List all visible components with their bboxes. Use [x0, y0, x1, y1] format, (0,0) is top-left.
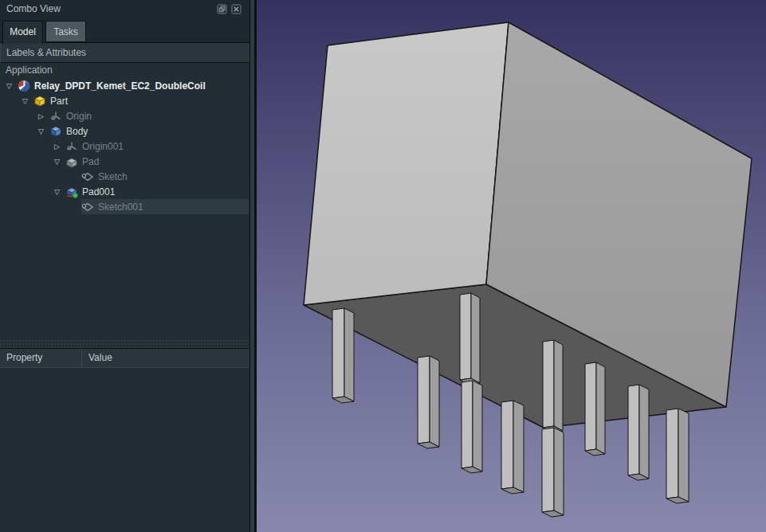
- tree-item-label: Pad001: [82, 186, 115, 198]
- relay-pin[interactable]: [501, 401, 524, 494]
- tree-item-label: Relay_DPDT_Kemet_EC2_DoubleCoil: [34, 80, 206, 92]
- tree-item-label: Pad: [82, 156, 99, 167]
- property-table-header: Property Value: [0, 348, 249, 368]
- tree-item-sketch[interactable]: Sketch: [0, 169, 249, 184]
- tree-root-application[interactable]: Application: [0, 63, 249, 78]
- relay-pin[interactable]: [462, 381, 482, 473]
- tree-item-pad001[interactable]: ▽Pad001: [0, 184, 249, 199]
- tab-model[interactable]: Model: [2, 21, 43, 44]
- relay-pin[interactable]: [332, 308, 354, 403]
- tree-item-pad[interactable]: ▽Pad: [0, 154, 249, 169]
- panel-viewport-splitter[interactable]: [249, 0, 257, 532]
- tree-item-origin[interactable]: ▷Origin: [0, 108, 249, 123]
- tree-item-label: Body: [66, 126, 88, 137]
- body-icon: [49, 125, 62, 138]
- tree-item-label: Sketch001: [98, 201, 143, 213]
- tree-item-label: Origin001: [82, 141, 124, 152]
- sketch-icon: [81, 170, 94, 183]
- tree-item-origin001[interactable]: ▷Origin001: [0, 139, 249, 154]
- expander-closed-icon[interactable]: ▷: [38, 112, 49, 120]
- tree-item-part[interactable]: ▽Part: [0, 93, 249, 108]
- pad-tip-icon: [65, 186, 78, 198]
- tree-item-label: Sketch: [98, 171, 128, 182]
- tab-tasks[interactable]: Tasks: [45, 21, 86, 42]
- property-column-header: Property: [0, 349, 82, 367]
- tree-item-label: Part: [50, 96, 68, 107]
- property-table-body[interactable]: [0, 368, 249, 532]
- tree-item-content[interactable]: Pad: [65, 154, 249, 169]
- tree-item-content[interactable]: Pad001: [65, 184, 249, 199]
- tree-item-label: Origin: [66, 111, 92, 122]
- panel-title: Combo View: [6, 0, 61, 18]
- sketch-icon: [81, 201, 94, 213]
- expander-open-icon[interactable]: ▽: [38, 127, 49, 135]
- expander-closed-icon[interactable]: ▷: [54, 143, 65, 151]
- tree-item-content[interactable]: Origin001: [65, 139, 249, 154]
- relay-pin[interactable]: [666, 409, 689, 503]
- tree-item-content[interactable]: Body: [49, 123, 249, 139]
- panel-splitter-handle[interactable]: [0, 339, 249, 348]
- origin-icon: [49, 110, 62, 123]
- part-icon: [33, 95, 46, 108]
- tree-item-content[interactable]: Sketch: [81, 169, 249, 184]
- tree-item-content[interactable]: Part: [33, 93, 249, 108]
- relay-pin[interactable]: [628, 385, 649, 480]
- origin-icon: [65, 140, 78, 153]
- tree-item-body[interactable]: ▽Body: [0, 123, 249, 139]
- expander-open-icon[interactable]: ▽: [54, 188, 65, 196]
- combo-view-panel: Combo View Model Tasks Labels & Attribut…: [0, 0, 249, 532]
- relay-body[interactable]: [304, 22, 752, 428]
- combo-view-tabbar: Model Tasks: [0, 18, 249, 43]
- tree-item-content[interactable]: Sketch001: [81, 199, 249, 214]
- expander-open-icon[interactable]: ▽: [6, 82, 18, 90]
- relay-pin[interactable]: [543, 340, 563, 432]
- tree-item-sketch001[interactable]: Sketch001: [0, 199, 249, 214]
- tree-item-content[interactable]: Origin: [49, 108, 249, 123]
- relay-pin[interactable]: [542, 428, 564, 517]
- expander-open-icon[interactable]: ▽: [54, 158, 65, 166]
- value-column-header: Value: [82, 349, 249, 367]
- pad-icon: [65, 155, 78, 168]
- expander-open-icon[interactable]: ▽: [22, 97, 33, 105]
- document-icon: [18, 80, 30, 92]
- labels-attributes-header: Labels & Attributes: [0, 43, 249, 63]
- relay-pin[interactable]: [585, 362, 605, 456]
- tree-item-content[interactable]: Relay_DPDT_Kemet_EC2_DoubleCoil: [18, 78, 249, 93]
- freecad-window: Combo View Model Tasks Labels & Attribut…: [0, 0, 766, 532]
- float-icon[interactable]: [217, 4, 227, 14]
- tree-item-relay_dpdt_kemet_ec2_doublecoil[interactable]: ▽Relay_DPDT_Kemet_EC2_DoubleCoil: [0, 78, 249, 93]
- relay-pin[interactable]: [460, 293, 480, 385]
- close-icon[interactable]: [231, 4, 242, 14]
- model-tree[interactable]: Application ▽Relay_DPDT_Kemet_EC2_Double…: [0, 63, 249, 339]
- combo-view-titlebar[interactable]: Combo View: [0, 0, 249, 18]
- 3d-viewport[interactable]: [257, 0, 766, 532]
- relay-pin[interactable]: [418, 356, 439, 448]
